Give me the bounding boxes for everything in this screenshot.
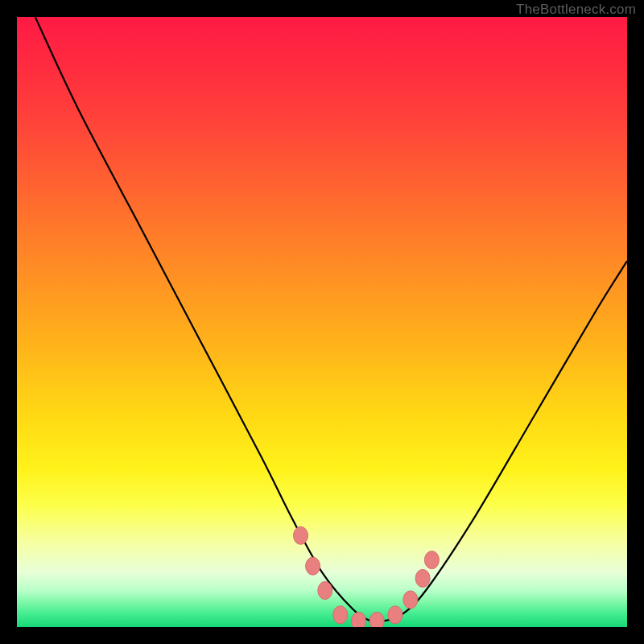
curve-marker bbox=[352, 612, 366, 627]
chart-svg bbox=[17, 17, 627, 627]
curve-marker bbox=[403, 591, 418, 609]
chart-frame bbox=[17, 17, 627, 627]
curve-marker bbox=[294, 526, 308, 544]
curve-marker bbox=[333, 606, 348, 624]
curve-marker bbox=[369, 612, 384, 627]
curve-marker bbox=[306, 557, 320, 575]
bottleneck-curve bbox=[35, 17, 627, 622]
curve-marker bbox=[388, 606, 402, 624]
curve-marker bbox=[318, 582, 332, 600]
curve-marker bbox=[424, 551, 439, 569]
plot-area bbox=[17, 17, 627, 627]
curve-markers bbox=[294, 526, 440, 627]
curve-marker bbox=[415, 569, 430, 587]
watermark-text: TheBottleneck.com bbox=[516, 2, 636, 18]
